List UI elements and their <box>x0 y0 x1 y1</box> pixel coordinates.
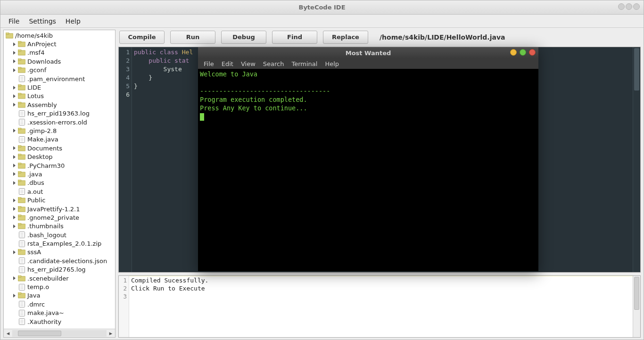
expand-arrow-icon[interactable] <box>11 206 17 212</box>
menu-settings[interactable]: Settings <box>25 16 60 26</box>
window-maximize-button[interactable] <box>626 3 632 10</box>
terminal-menu-edit[interactable]: Edit <box>219 60 236 68</box>
editor-vscrollbar[interactable] <box>633 47 640 272</box>
terminal-maximize-button[interactable] <box>520 49 526 56</box>
replace-button[interactable]: Replace <box>323 31 368 44</box>
tree-folder[interactable]: .java <box>4 170 115 178</box>
tree-file[interactable]: .dmrc <box>4 300 115 308</box>
tree-folder[interactable]: .PyCharm30 <box>4 161 115 170</box>
tree-folder[interactable]: .dbus <box>4 179 115 187</box>
output-console[interactable]: 1 2 3 Compiled Sucessfully. Click Run to… <box>118 275 641 338</box>
tree-folder[interactable]: Assembly <box>4 100 115 109</box>
expand-arrow-icon[interactable] <box>11 128 17 133</box>
tree-folder[interactable]: Downloads <box>4 57 115 66</box>
console-vscrollbar[interactable] <box>633 276 640 337</box>
tree-folder[interactable]: LIDE <box>4 83 115 91</box>
tree-file[interactable]: .pam_environment <box>4 75 115 83</box>
expand-arrow-icon[interactable] <box>11 145 17 151</box>
terminal-menu-file[interactable]: File <box>201 60 217 68</box>
tree-folder[interactable]: JavaPrettify-1.2.1 <box>4 205 115 213</box>
tree-file[interactable]: temp.o <box>4 282 115 291</box>
tree-file[interactable]: Make.java <box>4 135 115 144</box>
code-editor[interactable]: 1 2 3 4 5 6 public class Hel public stat… <box>118 47 641 273</box>
expand-arrow-icon[interactable] <box>11 171 17 177</box>
terminal-title-bar[interactable]: Most Wanted <box>198 47 538 58</box>
terminal-window[interactable]: Most Wanted File Edit View Search Termin… <box>198 47 538 271</box>
svg-rect-15 <box>18 84 21 86</box>
tree-file[interactable]: hs_err_pid19363.log <box>4 109 115 118</box>
svg-rect-49 <box>18 197 21 199</box>
tree-folder[interactable]: Desktop <box>4 152 115 161</box>
scroll-left-icon[interactable]: ◂ <box>4 330 12 337</box>
file-tree-hscrollbar[interactable]: ◂ ▸ <box>4 329 115 337</box>
twisty-placeholder <box>11 310 17 316</box>
scroll-thumb[interactable] <box>18 331 61 336</box>
scroll-thumb[interactable] <box>634 48 639 91</box>
tree-file[interactable]: .Xauthority <box>4 317 115 326</box>
tree-folder[interactable]: .msf4 <box>4 49 115 57</box>
expand-arrow-icon[interactable] <box>11 102 17 108</box>
terminal-menu-search[interactable]: Search <box>260 60 287 68</box>
scroll-thumb[interactable] <box>634 277 639 310</box>
tree-item-label: .gnome2_private <box>27 214 79 221</box>
tree-folder[interactable]: Documents <box>4 144 115 152</box>
twisty-placeholder <box>11 119 17 125</box>
expand-arrow-icon[interactable] <box>11 215 17 220</box>
tree-file[interactable]: make.java~ <box>4 309 115 317</box>
tree-item-label: rsta_Examples_2.0.1.zip <box>27 240 101 247</box>
terminal-output[interactable]: Welcome to Java ------------------------… <box>198 69 538 271</box>
scroll-track[interactable] <box>12 330 107 337</box>
tree-folder[interactable]: .gconf <box>4 66 115 75</box>
expand-arrow-icon[interactable] <box>11 154 17 160</box>
tree-folder[interactable]: Public <box>4 196 115 204</box>
terminal-menu-help[interactable]: Help <box>322 60 342 68</box>
window-close-button[interactable] <box>633 3 640 10</box>
menu-file[interactable]: File <box>4 16 24 26</box>
window-minimize-button[interactable] <box>618 3 625 10</box>
run-button[interactable]: Run <box>170 31 215 44</box>
expand-arrow-icon[interactable] <box>11 249 17 255</box>
tree-file[interactable]: .bash_logout <box>4 231 115 239</box>
expand-arrow-icon[interactable] <box>11 58 17 64</box>
tree-folder[interactable]: AnProject <box>4 40 115 48</box>
tree-file[interactable]: hs_err_pid2765.log <box>4 265 115 274</box>
debug-button[interactable]: Debug <box>221 31 266 44</box>
console-line-number: 1 <box>119 276 127 284</box>
find-button[interactable]: Find <box>272 31 317 44</box>
tree-folder[interactable]: .gimp-2.8 <box>4 126 115 135</box>
tree-folder[interactable]: sssA <box>4 248 115 257</box>
expand-arrow-icon[interactable] <box>11 224 17 229</box>
tree-folder[interactable]: .gnome2_private <box>4 213 115 222</box>
terminal-menu-terminal[interactable]: Terminal <box>289 60 320 68</box>
tree-file[interactable]: .xsession-errors.old <box>4 118 115 126</box>
expand-arrow-icon[interactable] <box>11 93 17 99</box>
expand-arrow-icon[interactable] <box>11 275 17 281</box>
expand-arrow-icon[interactable] <box>11 50 17 56</box>
tree-item-label: .scenebuilder <box>27 275 69 282</box>
tree-folder[interactable]: .scenebuilder <box>4 274 115 282</box>
terminal-minimize-button[interactable] <box>510 49 517 56</box>
tree-folder[interactable]: Java <box>4 291 115 300</box>
compile-button[interactable]: Compile <box>119 31 165 44</box>
tree-folder[interactable]: Lotus <box>4 92 115 100</box>
expand-arrow-icon[interactable] <box>11 198 17 203</box>
expand-arrow-icon[interactable] <box>11 67 17 73</box>
tree-folder[interactable]: .thumbnails <box>4 222 115 231</box>
line-number: 4 <box>119 74 130 82</box>
scroll-right-icon[interactable]: ▸ <box>107 330 115 337</box>
tree-file[interactable]: a.out <box>4 187 115 196</box>
console-text[interactable]: Compiled Sucessfully. Click Run to Execu… <box>129 276 633 337</box>
file-tree-list: /home/s4kib AnProject.msf4Downloads.gcon… <box>4 30 115 329</box>
expand-arrow-icon[interactable] <box>11 41 17 47</box>
expand-arrow-icon[interactable] <box>11 180 17 186</box>
tree-root[interactable]: /home/s4kib <box>4 31 115 40</box>
terminal-menu-view[interactable]: View <box>238 60 258 68</box>
expand-arrow-icon[interactable] <box>11 85 17 91</box>
expand-arrow-icon[interactable] <box>11 293 17 299</box>
expand-arrow-icon[interactable] <box>11 163 17 168</box>
folder-icon <box>18 197 25 204</box>
tree-file[interactable]: rsta_Examples_2.0.1.zip <box>4 239 115 248</box>
menu-help[interactable]: Help <box>61 16 85 26</box>
terminal-close-button[interactable] <box>529 49 536 56</box>
tree-file[interactable]: .candidate-selections.json <box>4 257 115 265</box>
